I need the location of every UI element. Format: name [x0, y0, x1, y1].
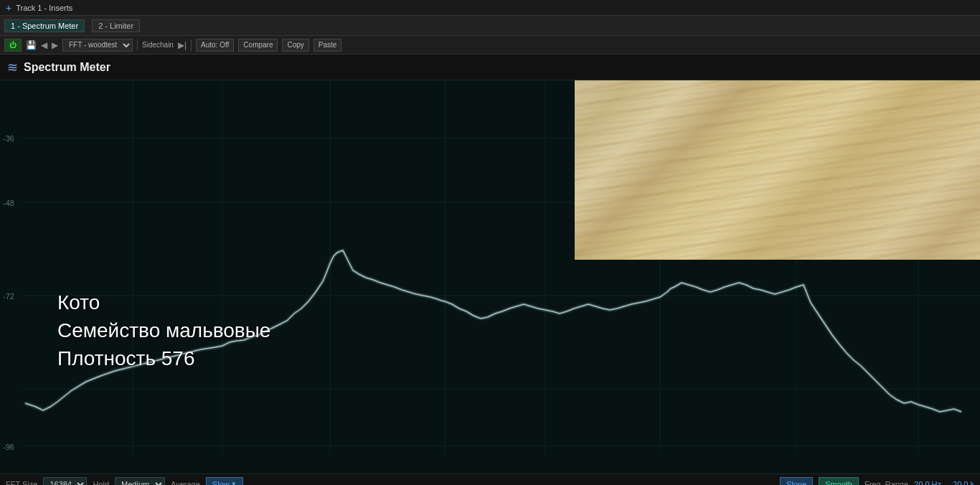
disk-icon: 💾: [26, 40, 37, 50]
average-label: Average: [171, 480, 200, 486]
wood-texture-overlay: [575, 80, 980, 260]
freq-range-label: Freq. Range: [864, 480, 908, 486]
sidechain-icon[interactable]: ▶|: [178, 40, 187, 50]
spectrum-title-text: Spectrum Meter: [24, 61, 110, 74]
arrow-right-icon[interactable]: ▶: [52, 40, 58, 50]
freq-label-1k: 1 k: [560, 472, 570, 474]
freq-label-5k: 5 k: [811, 472, 821, 474]
freq-range-end: 20.0 k: [953, 480, 974, 486]
paste-button[interactable]: Paste: [314, 39, 342, 52]
fft-select[interactable]: FFT - woodtest: [62, 39, 133, 52]
track-label: Track 1 - Inserts: [16, 4, 72, 12]
average-slow-button[interactable]: Slow ▼: [206, 477, 243, 486]
top-bar: + Track 1 - Inserts: [0, 0, 980, 16]
freq-label-50: 50: [143, 472, 152, 474]
freq-label-500: 500: [459, 472, 472, 474]
info-overlay: Кото Семейство мальвовые Плотность 576: [57, 288, 270, 373]
freq-range-start: 20.0 Hz: [914, 480, 941, 486]
arrow-left-icon[interactable]: ◀: [41, 40, 47, 50]
slope-button[interactable]: Slope: [780, 477, 813, 486]
toolbar: ⏻ 💾 ◀ ▶ FFT - woodtest Sidechain ▶| Auto…: [0, 36, 980, 55]
spectrum-icon: ≋: [7, 60, 18, 75]
freq-label-10k: 10 k: [933, 472, 948, 474]
freq-label-2k: 2 k: [674, 472, 685, 474]
copy-button[interactable]: Copy: [282, 39, 308, 52]
tab-spectrum-meter[interactable]: 1 - Spectrum Meter: [4, 19, 85, 32]
freq-label-200: 200: [346, 472, 359, 474]
freq-label-100: 100: [235, 472, 248, 474]
plugin-header: 1 - Spectrum Meter 2 - Limiter: [0, 16, 980, 36]
dropdown-arrow-icon: ▼: [231, 481, 237, 485]
power-button[interactable]: ⏻: [4, 39, 22, 52]
spectrum-display: -36 -48 -72 -96 Кото Семейство мальвовые…: [0, 80, 980, 474]
smooth-button[interactable]: Smooth: [819, 477, 859, 486]
info-line2: Семейство мальвовые: [57, 316, 270, 344]
fft-size-label: FFT Size: [6, 480, 37, 486]
hold-select[interactable]: Medium: [115, 477, 165, 486]
sidechain-label: Sidechain: [142, 41, 174, 49]
spectrum-title-bar: ≋ Spectrum Meter: [0, 55, 980, 80]
tab-limiter[interactable]: 2 - Limiter: [92, 19, 140, 32]
hold-label: Hold: [93, 480, 109, 486]
compare-button[interactable]: Compare: [238, 39, 278, 52]
bottom-bar: FFT Size 16384 Hold Medium Average Slow …: [0, 474, 980, 485]
info-line3: Плотность 576: [57, 344, 270, 372]
auto-off-button[interactable]: Auto: Off: [196, 39, 234, 52]
info-line1: Кото: [57, 288, 270, 316]
fft-size-select[interactable]: 16384: [43, 477, 87, 486]
plus-icon[interactable]: +: [6, 2, 11, 14]
